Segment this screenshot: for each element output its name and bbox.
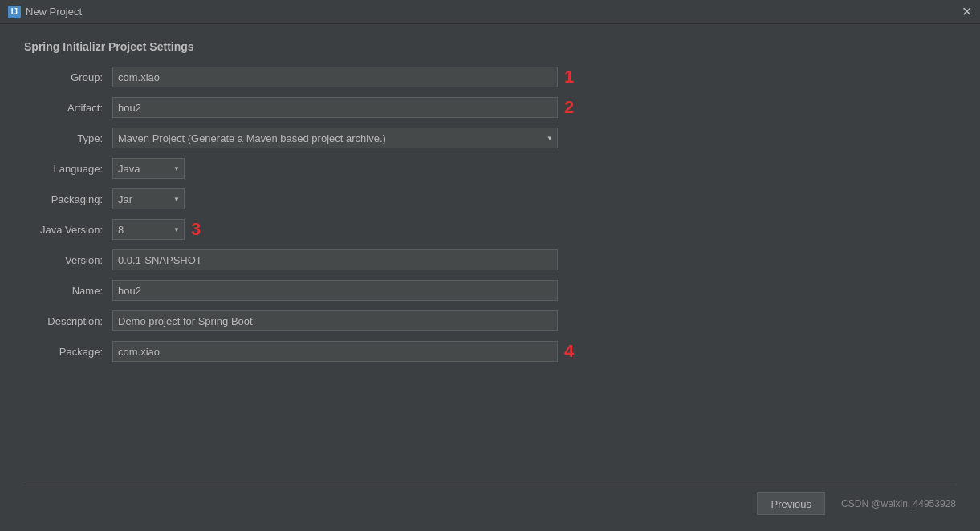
- artifact-label: Artifact:: [24, 102, 112, 114]
- packaging-row: Packaging: Jar War: [24, 188, 956, 210]
- section-title: Spring Initializr Project Settings: [24, 40, 956, 53]
- version-input[interactable]: [112, 249, 558, 270]
- annotation-1: 1: [564, 68, 574, 86]
- name-row: Name:: [24, 279, 956, 302]
- language-select[interactable]: Java Kotlin Groovy: [112, 158, 185, 179]
- artifact-row: Artifact: 2: [24, 96, 956, 119]
- description-label: Description:: [24, 315, 112, 327]
- language-select-wrapper: Java Kotlin Groovy: [112, 158, 185, 179]
- java-version-select-wrapper: 8 11 17: [112, 219, 185, 240]
- watermark: CSDN @weixin_44953928: [841, 498, 956, 509]
- artifact-input[interactable]: [112, 97, 558, 118]
- dialog-body: Spring Initializr Project Settings Group…: [0, 24, 980, 531]
- name-label: Name:: [24, 285, 112, 297]
- packaging-label: Packaging:: [24, 193, 112, 205]
- type-select-wrapper: Maven Project (Generate a Maven based pr…: [112, 128, 558, 148]
- type-row: Type: Maven Project (Generate a Maven ba…: [24, 127, 956, 149]
- app-icon: IJ: [8, 6, 21, 18]
- description-row: Description:: [24, 310, 956, 332]
- annotation-3: 3: [191, 221, 201, 238]
- group-input[interactable]: [112, 67, 558, 87]
- window-title: New Project: [26, 6, 82, 18]
- package-label: Package:: [24, 346, 112, 358]
- annotation-2: 2: [564, 99, 574, 116]
- language-label: Language:: [24, 163, 112, 175]
- package-input[interactable]: [112, 341, 558, 362]
- form-area: Group: 1 Artifact: 2 Type: Maven Project…: [24, 66, 956, 476]
- language-row: Language: Java Kotlin Groovy: [24, 157, 956, 180]
- version-row: Version:: [24, 249, 956, 271]
- type-select[interactable]: Maven Project (Generate a Maven based pr…: [112, 128, 558, 148]
- previous-button[interactable]: Previous: [757, 492, 825, 515]
- packaging-select[interactable]: Jar War: [112, 188, 185, 209]
- annotation-4: 4: [564, 343, 574, 360]
- description-input[interactable]: [112, 310, 558, 331]
- java-version-label: Java Version:: [24, 224, 112, 236]
- bottom-bar: Previous CSDN @weixin_44953928: [24, 484, 956, 515]
- title-bar: IJ New Project ✕: [0, 0, 980, 24]
- group-label: Group:: [24, 71, 112, 83]
- packaging-select-wrapper: Jar War: [112, 188, 185, 209]
- close-button[interactable]: ✕: [962, 6, 972, 18]
- group-row: Group: 1: [24, 66, 956, 88]
- name-input[interactable]: [112, 280, 558, 301]
- type-label: Type:: [24, 132, 112, 144]
- version-label: Version:: [24, 254, 112, 266]
- java-version-row: Java Version: 8 11 17 3: [24, 218, 956, 241]
- java-version-select[interactable]: 8 11 17: [112, 219, 185, 240]
- package-row: Package: 4: [24, 340, 956, 363]
